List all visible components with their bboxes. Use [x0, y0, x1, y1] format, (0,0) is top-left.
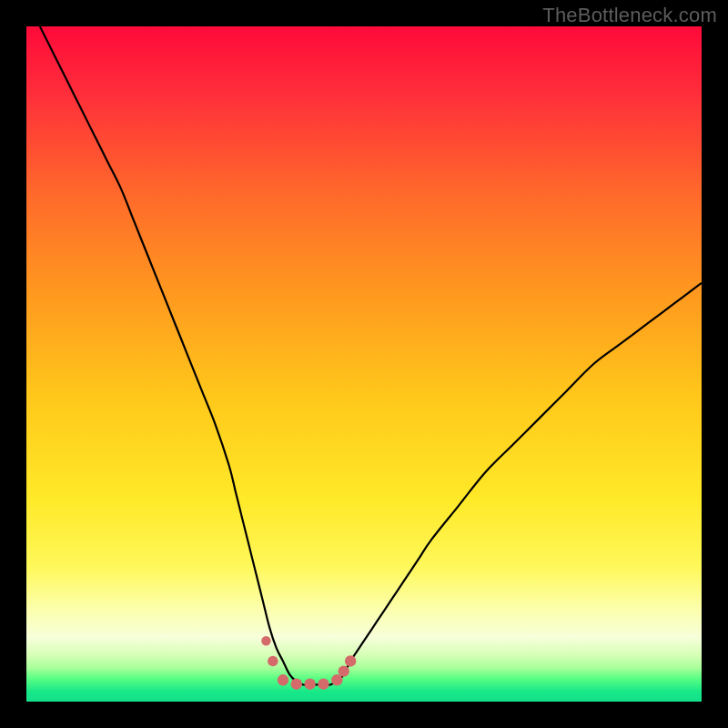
gradient-background	[26, 26, 702, 702]
chart-stage: TheBottleneck.com	[0, 0, 728, 728]
watermark-label: TheBottleneck.com	[542, 4, 717, 27]
marker-dot	[291, 679, 302, 690]
marker-dot	[304, 679, 315, 690]
marker-dot	[339, 665, 349, 676]
marker-dot	[278, 674, 288, 685]
marker-dot	[261, 636, 270, 645]
bottleneck-chart	[26, 26, 702, 702]
marker-dot	[268, 656, 278, 667]
marker-dot	[318, 679, 329, 690]
plot-frame	[26, 26, 702, 702]
marker-dot	[345, 655, 356, 666]
